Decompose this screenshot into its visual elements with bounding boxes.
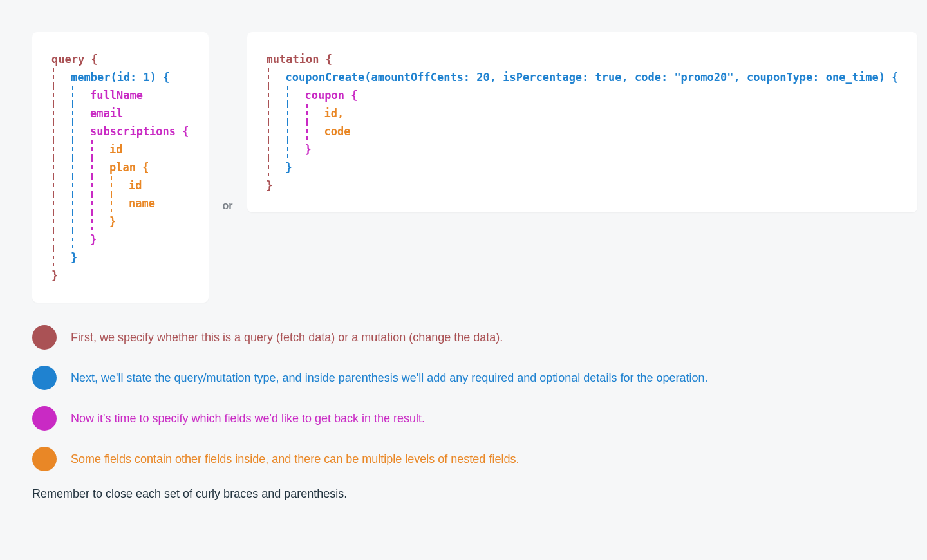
code-line: } (52, 266, 189, 285)
indent-guide (71, 140, 90, 158)
code-token: couponCreate(amountOffCents: 20, isPerce… (286, 68, 899, 86)
legend-text: First, we specify whether this is a quer… (71, 331, 503, 344)
indent-guide (71, 158, 90, 176)
code-line: } (52, 230, 189, 248)
code-token: id (109, 140, 122, 158)
indent-guide (52, 104, 71, 122)
indent-guide (52, 248, 71, 266)
indent-guide (52, 176, 71, 194)
code-token: } (286, 158, 292, 176)
code-token: fullName (90, 86, 143, 104)
indent-guide (71, 122, 90, 140)
code-token: email (90, 104, 123, 122)
code-examples-row: query {member(id: 1) {fullNameemailsubsc… (32, 32, 895, 303)
code-line: plan { (52, 158, 189, 176)
indent-guide (286, 104, 305, 122)
closing-note: Remember to close each set of curly brac… (32, 487, 895, 501)
indent-guide (267, 122, 286, 140)
indent-guide (52, 68, 71, 86)
code-token: coupon { (305, 86, 358, 104)
code-token: subscriptions { (90, 122, 189, 140)
indent-guide (267, 140, 286, 158)
code-line: } (52, 212, 189, 230)
indent-guide (267, 104, 286, 122)
indent-guide (71, 194, 90, 212)
indent-guide (71, 176, 90, 194)
legend-item: Next, we'll state the query/mutation typ… (32, 366, 895, 390)
code-token: } (71, 248, 77, 266)
legend-dot-icon (32, 447, 57, 471)
indent-guide (90, 158, 109, 176)
legend-dot-icon (32, 366, 57, 390)
indent-guide (286, 140, 305, 158)
indent-guide (71, 212, 90, 230)
code-token: } (305, 140, 312, 158)
code-line: mutation { (267, 50, 899, 68)
code-line: code (267, 122, 899, 140)
code-line: subscriptions { (52, 122, 189, 140)
query-card: query {member(id: 1) {fullNameemailsubsc… (32, 32, 209, 303)
indent-guide (52, 86, 71, 104)
legend-item: Now it's time to specify which fields we… (32, 406, 895, 431)
code-line: query { (52, 50, 189, 68)
legend-dot-icon (32, 325, 57, 350)
indent-guide (90, 176, 109, 194)
legend-item: First, we specify whether this is a quer… (32, 325, 895, 350)
legend-item: Some fields contain other fields inside,… (32, 447, 895, 471)
indent-guide (286, 122, 305, 140)
code-token: } (267, 176, 273, 194)
code-token: } (109, 212, 116, 230)
indent-guide (90, 140, 109, 158)
code-line: coupon { (267, 86, 899, 104)
query-code: query {member(id: 1) {fullNameemailsubsc… (52, 50, 189, 285)
indent-guide (52, 122, 71, 140)
legend-text: Some fields contain other fields inside,… (71, 453, 519, 466)
code-token: name (129, 194, 155, 212)
code-token: member(id: 1) { (71, 68, 170, 86)
indent-guide (52, 194, 71, 212)
indent-guide (267, 86, 286, 104)
code-token: code (324, 122, 351, 140)
indent-guide (71, 86, 90, 104)
legend-text: Now it's time to specify which fields we… (71, 412, 425, 425)
mutation-code: mutation {couponCreate(amountOffCents: 2… (267, 50, 899, 194)
indent-guide (286, 86, 305, 104)
mutation-card: mutation {couponCreate(amountOffCents: 2… (247, 32, 918, 212)
indent-guide (305, 122, 324, 140)
indent-guide (109, 176, 129, 194)
code-token: } (90, 230, 97, 248)
code-line: id, (267, 104, 899, 122)
indent-guide (305, 104, 324, 122)
code-line: name (52, 194, 189, 212)
legend: First, we specify whether this is a quer… (32, 325, 895, 471)
separator-or: or (223, 200, 233, 212)
indent-guide (52, 212, 71, 230)
code-token: } (52, 266, 58, 285)
code-line: } (267, 158, 899, 176)
code-line: couponCreate(amountOffCents: 20, isPerce… (267, 68, 899, 86)
code-line: member(id: 1) { (52, 68, 189, 86)
code-line: } (267, 140, 899, 158)
code-line: email (52, 104, 189, 122)
indent-guide (267, 158, 286, 176)
indent-guide (90, 212, 109, 230)
code-token: plan { (109, 158, 149, 176)
code-line: id (52, 140, 189, 158)
indent-guide (109, 194, 129, 212)
code-line: } (52, 248, 189, 266)
indent-guide (90, 194, 109, 212)
code-line: } (267, 176, 899, 194)
indent-guide (71, 104, 90, 122)
code-line: id (52, 176, 189, 194)
code-line: fullName (52, 86, 189, 104)
code-token: id (129, 176, 142, 194)
code-token: query { (52, 50, 98, 68)
code-token: id, (324, 104, 344, 122)
indent-guide (267, 68, 286, 86)
code-token: mutation { (267, 50, 332, 68)
indent-guide (52, 158, 71, 176)
indent-guide (71, 230, 90, 248)
legend-text: Next, we'll state the query/mutation typ… (71, 371, 707, 385)
indent-guide (52, 230, 71, 248)
indent-guide (52, 140, 71, 158)
